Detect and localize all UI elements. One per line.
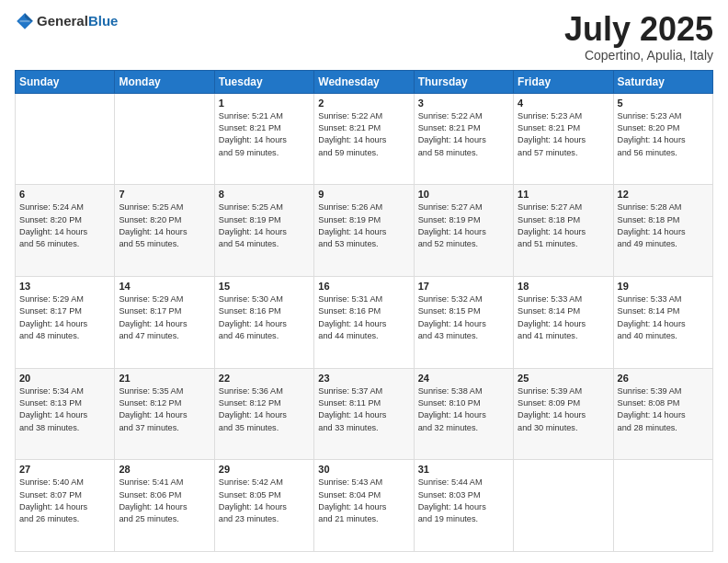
day-number: 20 <box>19 373 110 384</box>
calendar-cell: 23Sunrise: 5:37 AM Sunset: 8:11 PM Dayli… <box>314 368 414 460</box>
day-number: 11 <box>518 189 609 200</box>
calendar-header-row: SundayMondayTuesdayWednesdayThursdayFrid… <box>16 70 713 93</box>
day-info: Sunrise: 5:24 AM Sunset: 8:20 PM Dayligh… <box>19 201 110 250</box>
day-info: Sunrise: 5:25 AM Sunset: 8:20 PM Dayligh… <box>119 201 210 250</box>
calendar-cell <box>16 93 115 185</box>
day-number: 16 <box>318 281 409 292</box>
calendar-header-tuesday: Tuesday <box>214 70 313 93</box>
day-info: Sunrise: 5:29 AM Sunset: 8:17 PM Dayligh… <box>19 293 110 342</box>
calendar-cell: 19Sunrise: 5:33 AM Sunset: 8:14 PM Dayli… <box>613 276 712 368</box>
day-number: 21 <box>119 373 210 384</box>
calendar-table: SundayMondayTuesdayWednesdayThursdayFrid… <box>15 70 713 552</box>
calendar-cell: 26Sunrise: 5:39 AM Sunset: 8:08 PM Dayli… <box>613 368 712 460</box>
calendar-cell: 6Sunrise: 5:24 AM Sunset: 8:20 PM Daylig… <box>16 185 115 277</box>
day-number: 1 <box>219 98 310 109</box>
calendar-cell: 17Sunrise: 5:32 AM Sunset: 8:15 PM Dayli… <box>414 276 513 368</box>
day-number: 30 <box>318 464 409 475</box>
day-info: Sunrise: 5:31 AM Sunset: 8:16 PM Dayligh… <box>318 293 409 342</box>
day-number: 8 <box>219 189 310 200</box>
calendar-cell: 11Sunrise: 5:27 AM Sunset: 8:18 PM Dayli… <box>514 185 613 277</box>
calendar-cell: 14Sunrise: 5:29 AM Sunset: 8:17 PM Dayli… <box>115 276 214 368</box>
calendar-header-wednesday: Wednesday <box>314 70 414 93</box>
calendar-cell: 8Sunrise: 5:25 AM Sunset: 8:19 PM Daylig… <box>214 185 313 277</box>
day-number: 14 <box>119 281 210 292</box>
calendar-cell: 27Sunrise: 5:40 AM Sunset: 8:07 PM Dayli… <box>16 460 115 552</box>
day-number: 29 <box>219 464 310 475</box>
day-info: Sunrise: 5:22 AM Sunset: 8:21 PM Dayligh… <box>418 110 509 159</box>
calendar-cell: 1Sunrise: 5:21 AM Sunset: 8:21 PM Daylig… <box>214 93 313 185</box>
day-info: Sunrise: 5:27 AM Sunset: 8:19 PM Dayligh… <box>418 201 509 250</box>
calendar-cell: 30Sunrise: 5:43 AM Sunset: 8:04 PM Dayli… <box>314 460 414 552</box>
calendar-cell: 5Sunrise: 5:23 AM Sunset: 8:20 PM Daylig… <box>613 93 712 185</box>
day-info: Sunrise: 5:33 AM Sunset: 8:14 PM Dayligh… <box>518 293 609 342</box>
day-info: Sunrise: 5:39 AM Sunset: 8:09 PM Dayligh… <box>518 385 609 434</box>
title-block: July 2025 Copertino, Apulia, Italy <box>564 11 713 63</box>
day-number: 13 <box>19 281 110 292</box>
calendar-week-4: 20Sunrise: 5:34 AM Sunset: 8:13 PM Dayli… <box>16 368 713 460</box>
day-info: Sunrise: 5:23 AM Sunset: 8:21 PM Dayligh… <box>518 110 609 159</box>
day-info: Sunrise: 5:26 AM Sunset: 8:19 PM Dayligh… <box>318 201 409 250</box>
day-number: 24 <box>418 373 509 384</box>
logo-blue-text: Blue <box>88 13 119 29</box>
day-number: 6 <box>19 189 110 200</box>
header: GeneralBlue July 2025 Copertino, Apulia,… <box>15 11 713 63</box>
calendar-week-5: 27Sunrise: 5:40 AM Sunset: 8:07 PM Dayli… <box>16 460 713 552</box>
day-info: Sunrise: 5:22 AM Sunset: 8:21 PM Dayligh… <box>318 110 409 159</box>
month-title: July 2025 <box>564 11 713 48</box>
calendar-cell: 16Sunrise: 5:31 AM Sunset: 8:16 PM Dayli… <box>314 276 414 368</box>
day-number: 12 <box>618 189 709 200</box>
calendar-cell: 22Sunrise: 5:36 AM Sunset: 8:12 PM Dayli… <box>214 368 313 460</box>
calendar-header-sunday: Sunday <box>16 70 115 93</box>
day-number: 7 <box>119 189 210 200</box>
calendar-cell: 4Sunrise: 5:23 AM Sunset: 8:21 PM Daylig… <box>514 93 613 185</box>
day-info: Sunrise: 5:23 AM Sunset: 8:20 PM Dayligh… <box>618 110 709 159</box>
calendar-cell: 7Sunrise: 5:25 AM Sunset: 8:20 PM Daylig… <box>115 185 214 277</box>
day-number: 22 <box>219 373 310 384</box>
day-info: Sunrise: 5:44 AM Sunset: 8:03 PM Dayligh… <box>418 477 509 525</box>
day-info: Sunrise: 5:38 AM Sunset: 8:10 PM Dayligh… <box>418 385 509 434</box>
day-info: Sunrise: 5:37 AM Sunset: 8:11 PM Dayligh… <box>318 385 409 434</box>
day-info: Sunrise: 5:40 AM Sunset: 8:07 PM Dayligh… <box>19 477 110 525</box>
calendar-cell <box>613 460 712 552</box>
day-number: 23 <box>318 373 409 384</box>
logo-icon <box>15 11 35 31</box>
calendar-header-friday: Friday <box>514 70 613 93</box>
day-number: 27 <box>19 464 110 475</box>
calendar-cell: 13Sunrise: 5:29 AM Sunset: 8:17 PM Dayli… <box>16 276 115 368</box>
calendar-cell <box>514 460 613 552</box>
calendar-header-saturday: Saturday <box>613 70 712 93</box>
calendar-week-2: 6Sunrise: 5:24 AM Sunset: 8:20 PM Daylig… <box>16 185 713 277</box>
day-info: Sunrise: 5:27 AM Sunset: 8:18 PM Dayligh… <box>518 201 609 250</box>
calendar-cell <box>115 93 214 185</box>
calendar-header-monday: Monday <box>115 70 214 93</box>
day-info: Sunrise: 5:32 AM Sunset: 8:15 PM Dayligh… <box>418 293 509 342</box>
day-info: Sunrise: 5:43 AM Sunset: 8:04 PM Dayligh… <box>318 477 409 525</box>
svg-rect-2 <box>20 20 30 22</box>
day-number: 10 <box>418 189 509 200</box>
day-number: 17 <box>418 281 509 292</box>
day-number: 3 <box>418 98 509 109</box>
calendar-cell: 15Sunrise: 5:30 AM Sunset: 8:16 PM Dayli… <box>214 276 313 368</box>
day-number: 2 <box>318 98 409 109</box>
day-info: Sunrise: 5:41 AM Sunset: 8:06 PM Dayligh… <box>119 477 210 525</box>
calendar-cell: 18Sunrise: 5:33 AM Sunset: 8:14 PM Dayli… <box>514 276 613 368</box>
day-info: Sunrise: 5:42 AM Sunset: 8:05 PM Dayligh… <box>219 477 310 525</box>
calendar-cell: 21Sunrise: 5:35 AM Sunset: 8:12 PM Dayli… <box>115 368 214 460</box>
day-info: Sunrise: 5:30 AM Sunset: 8:16 PM Dayligh… <box>219 293 310 342</box>
day-number: 19 <box>618 281 709 292</box>
day-number: 9 <box>318 189 409 200</box>
calendar-cell: 3Sunrise: 5:22 AM Sunset: 8:21 PM Daylig… <box>414 93 513 185</box>
page: GeneralBlue July 2025 Copertino, Apulia,… <box>0 0 728 563</box>
day-info: Sunrise: 5:21 AM Sunset: 8:21 PM Dayligh… <box>219 110 310 159</box>
calendar-cell: 12Sunrise: 5:28 AM Sunset: 8:18 PM Dayli… <box>613 185 712 277</box>
day-info: Sunrise: 5:36 AM Sunset: 8:12 PM Dayligh… <box>219 385 310 434</box>
calendar-week-3: 13Sunrise: 5:29 AM Sunset: 8:17 PM Dayli… <box>16 276 713 368</box>
day-number: 4 <box>518 98 609 109</box>
day-info: Sunrise: 5:39 AM Sunset: 8:08 PM Dayligh… <box>618 385 709 434</box>
day-info: Sunrise: 5:33 AM Sunset: 8:14 PM Dayligh… <box>618 293 709 342</box>
calendar-cell: 2Sunrise: 5:22 AM Sunset: 8:21 PM Daylig… <box>314 93 414 185</box>
calendar-cell: 20Sunrise: 5:34 AM Sunset: 8:13 PM Dayli… <box>16 368 115 460</box>
day-info: Sunrise: 5:25 AM Sunset: 8:19 PM Dayligh… <box>219 201 310 250</box>
day-number: 18 <box>518 281 609 292</box>
calendar-cell: 31Sunrise: 5:44 AM Sunset: 8:03 PM Dayli… <box>414 460 513 552</box>
